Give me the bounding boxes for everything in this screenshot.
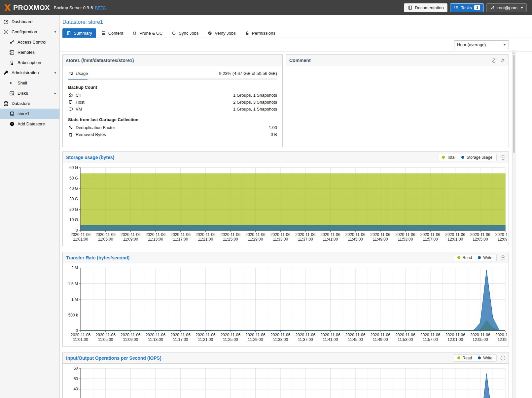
documentation-button[interactable]: Documentation	[404, 3, 447, 12]
beta-link[interactable]: BETA	[95, 5, 106, 10]
comment-title: Comment	[289, 58, 311, 63]
gear-icon[interactable]	[500, 58, 505, 63]
tasks-button[interactable]: Tasks 1	[450, 3, 484, 12]
server-stack-icon	[9, 50, 15, 55]
legend-dot	[478, 356, 481, 359]
sidebar-item-access-control[interactable]: Access Control	[0, 37, 59, 47]
tab-verify-jobs[interactable]: Verify Jobs	[203, 28, 240, 38]
sidebar-item-disks[interactable]: Disks ▸	[0, 88, 59, 98]
legend-item-write[interactable]: Write	[478, 255, 492, 260]
scrollbar[interactable]: ▲	[512, 50, 515, 398]
collapse-icon[interactable]	[501, 255, 505, 260]
legend-dot	[457, 256, 460, 259]
comment-body[interactable]	[286, 66, 509, 147]
tab-summary[interactable]: Summary	[62, 28, 96, 38]
svg-text:11:25:00: 11:25:00	[223, 237, 238, 242]
datastore-info-title: store1 (/mnt/datastores/store1)	[66, 58, 134, 63]
sidebar-item-configuration[interactable]: Configuration ▾	[0, 27, 59, 37]
unlock-icon	[245, 31, 250, 36]
svg-text:11:37:00: 11:37:00	[298, 337, 313, 342]
tasks-label: Tasks	[461, 5, 472, 10]
svg-text:30 G: 30 G	[69, 197, 78, 201]
tab-sync-jobs[interactable]: Sync Jobs	[167, 28, 202, 38]
scroll-up-arrow[interactable]: ▲	[513, 50, 515, 54]
main-area: Datastore: store1 Summary Content Prune …	[60, 15, 532, 398]
host-value: 2 Groups, 3 Snapshots	[233, 100, 277, 105]
svg-text:60 G: 60 G	[69, 165, 78, 170]
svg-text:50 G: 50 G	[69, 176, 78, 181]
svg-text:11:49:00: 11:49:00	[373, 337, 388, 342]
dedup-value: 1.00	[269, 125, 277, 130]
svg-text:11:57:00: 11:57:00	[423, 337, 438, 342]
svg-text:2020-11-06: 2020-11-06	[95, 232, 116, 237]
transfer-rate-panel: Transfer Rate (bytes/second) Read Write	[62, 252, 509, 347]
sidebar-item-label: Add Datastore	[18, 121, 45, 126]
tab-content[interactable]: Content	[97, 28, 127, 38]
svg-text:11:37:00: 11:37:00	[298, 237, 313, 242]
collapse-icon[interactable]	[501, 356, 505, 360]
svg-text:2020-11-06: 2020-11-06	[495, 333, 507, 337]
tasks-count-badge: 1	[474, 5, 480, 10]
svg-text:2020-11-06: 2020-11-06	[195, 232, 216, 237]
svg-text:2020-11-06: 2020-11-06	[170, 232, 191, 237]
sidebar-item-label: Dashboard	[12, 19, 33, 24]
sidebar-item-store1[interactable]: store1	[0, 109, 59, 119]
svg-text:2020-11-06: 2020-11-06	[345, 232, 366, 237]
user-menu-button[interactable]: root@pam	[486, 3, 527, 12]
scrollbar-thumb[interactable]	[513, 55, 515, 153]
vm-count-row: VM 1 Groups, 1 Snapshots	[68, 106, 277, 113]
removed-bytes-label: Removed Bytes	[76, 132, 106, 137]
svg-text:2020-11-06: 2020-11-06	[195, 333, 216, 337]
sidebar-item-dashboard[interactable]: Dashboard	[0, 17, 59, 27]
documentation-label: Documentation	[415, 5, 443, 10]
tab-prune-gc[interactable]: Prune & GC	[128, 28, 166, 38]
svg-text:11:33:00: 11:33:00	[273, 237, 288, 242]
sidebar-item-datastore[interactable]: Datastore	[0, 98, 59, 109]
storage-usage-header: Storage usage (bytes) Total Storage usag…	[63, 152, 509, 163]
award-icon	[9, 60, 15, 65]
svg-text:2020-11-06: 2020-11-06	[320, 333, 340, 337]
usage-label: Usage	[76, 71, 88, 76]
svg-text:11:21:00: 11:21:00	[198, 337, 213, 342]
legend-label: Write	[483, 255, 492, 260]
host-label: Host	[76, 100, 85, 105]
collapse-icon[interactable]	[501, 155, 505, 160]
vm-label: VM	[76, 107, 82, 112]
iops-chart: 01020304050602020-11-0611:01:002020-11-0…	[65, 366, 507, 398]
sidebar-item-administration[interactable]: Administration ▾	[0, 68, 59, 78]
svg-text:12:01:00: 12:01:00	[447, 237, 463, 242]
chevron-down-icon	[503, 44, 506, 46]
chevron-down-icon: ▾	[54, 71, 56, 75]
legend-item-read[interactable]: Read	[457, 356, 472, 360]
tab-permissions[interactable]: Permissions	[241, 28, 279, 38]
legend-item-write[interactable]: Write	[478, 356, 492, 360]
legend: Read Write	[453, 354, 497, 362]
legend-item-read[interactable]: Read	[457, 255, 472, 260]
backup-count-heading: Backup Count	[68, 85, 277, 90]
svg-text:11:45:00: 11:45:00	[348, 337, 363, 342]
database-icon	[3, 101, 9, 106]
book-icon	[408, 5, 412, 10]
svg-text:11:05:00: 11:05:00	[98, 237, 113, 242]
removed-bytes-value: 0 B	[270, 132, 277, 137]
time-range-select[interactable]: Hour (average)	[454, 40, 509, 49]
legend-item-storage-usage[interactable]: Storage usage	[461, 155, 492, 160]
sidebar-item-subscription[interactable]: Subscription	[0, 57, 59, 68]
ct-value: 1 Groups, 1 Snapshots	[233, 93, 277, 98]
tab-label: Sync Jobs	[179, 31, 198, 36]
datastore-info-header: store1 (/mnt/datastores/store1)	[63, 55, 282, 66]
svg-text:2020-11-06: 2020-11-06	[71, 232, 91, 237]
svg-text:2020-11-06: 2020-11-06	[270, 333, 291, 337]
removed-bytes-row: Removed Bytes 0 B	[68, 131, 277, 138]
svg-text:11:09:00: 11:09:00	[123, 337, 138, 342]
svg-text:2020-11-06: 2020-11-06	[170, 333, 191, 337]
sidebar-item-shell[interactable]: >_ Shell	[0, 78, 59, 88]
no-edit-icon[interactable]	[492, 58, 496, 63]
iops-title: Input/Output Operations per Second (IOPS…	[66, 355, 161, 361]
sidebar-item-remotes[interactable]: Remotes	[0, 47, 59, 57]
brand-text: PROXMOX	[13, 4, 50, 12]
grid-icon	[101, 31, 106, 36]
svg-text:11:01:00: 11:01:00	[73, 237, 88, 242]
sidebar-item-add-datastore[interactable]: Add Datastore	[0, 119, 59, 129]
legend-item-total[interactable]: Total	[442, 155, 455, 160]
